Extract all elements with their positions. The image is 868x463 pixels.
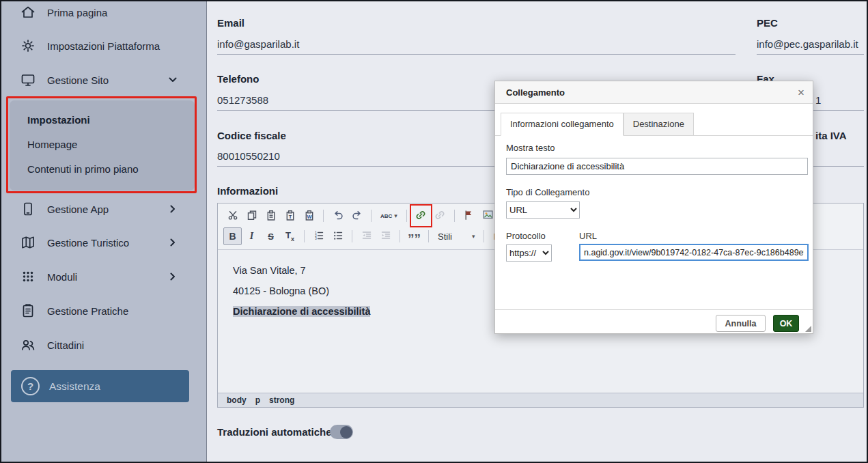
remove-format-button[interactable]: Tx xyxy=(281,227,299,245)
strikethrough-button[interactable]: S xyxy=(262,227,280,245)
anchor-button[interactable] xyxy=(460,207,478,225)
path-strong[interactable]: strong xyxy=(269,395,294,405)
collegamento-dialog: Collegamento × Informazioni collegamento… xyxy=(494,81,813,334)
sidebar-item-label: Gestione Pratiche xyxy=(47,305,128,317)
cut-button[interactable] xyxy=(223,207,242,225)
image-icon xyxy=(482,209,494,223)
sidebar-item-gestione-app[interactable]: Gestione App xyxy=(1,197,206,221)
spellcheck-icon: ABC xyxy=(380,213,392,219)
undo-button[interactable] xyxy=(328,207,347,225)
toolbar-separator xyxy=(400,230,400,242)
resize-handle[interactable] xyxy=(805,326,811,332)
indent-button[interactable] xyxy=(376,227,395,245)
link-icon xyxy=(415,209,427,223)
submenu-label: Homepage xyxy=(27,139,77,150)
sidebar-subitem-contenuti-primo-piano[interactable]: Contenuti in primo piano xyxy=(10,156,195,181)
selected-link-text[interactable]: Dichiarazione di accessibilità xyxy=(233,306,370,317)
dialog-header: Collegamento × xyxy=(495,81,813,104)
codice-fiscale-value[interactable]: 80010550210 xyxy=(217,150,280,162)
mostra-testo-input[interactable] xyxy=(506,158,808,175)
sidebar-item-cittadini[interactable]: Cittadini xyxy=(1,333,206,357)
footer-divider xyxy=(495,309,813,310)
unlink-icon xyxy=(434,209,446,223)
toolbar-separator xyxy=(454,210,455,222)
app-window: Prima pagina Impostazioni Piattaforma Ge… xyxy=(0,0,868,463)
email-value[interactable]: info@gasparilab.it xyxy=(217,38,299,50)
sidebar-item-impostazioni-piattaforma[interactable]: Impostazioni Piattaforma xyxy=(1,33,206,58)
styles-combo[interactable]: Stili▾ xyxy=(434,227,479,245)
path-body[interactable]: body xyxy=(227,395,247,405)
unlink-button[interactable] xyxy=(431,207,449,225)
sidebar-submenu: Impostazioni Homepage Contenuti in primo… xyxy=(10,100,195,191)
chevron-right-icon xyxy=(168,238,178,247)
indent-icon xyxy=(380,230,391,243)
dialog-title: Collegamento xyxy=(506,87,798,98)
chevron-right-icon xyxy=(168,204,178,214)
field-underline xyxy=(757,54,864,55)
sidebar-item-label: Gestione Turistico xyxy=(47,237,129,249)
strikethrough-icon: S xyxy=(268,232,274,242)
numbered-list-button[interactable]: 123 xyxy=(309,227,328,245)
close-icon[interactable]: × xyxy=(798,87,804,98)
path-p[interactable]: p xyxy=(255,395,260,405)
sidebar-item-label: Prima pagina xyxy=(47,7,107,18)
tab-destinazione[interactable]: Destinazione xyxy=(624,113,694,136)
copy-icon xyxy=(247,210,257,223)
blockquote-button[interactable]: ”” xyxy=(405,227,423,245)
redo-button[interactable] xyxy=(348,207,366,225)
map-icon xyxy=(20,234,36,251)
link-button[interactable] xyxy=(412,207,430,225)
annulla-button[interactable]: Annulla xyxy=(716,315,766,332)
outdent-button[interactable] xyxy=(357,227,376,245)
fax-value[interactable]: 1 xyxy=(815,94,821,106)
tab-informazioni-collegamento[interactable]: Informazioni collegamento xyxy=(501,113,624,136)
paste-text-icon: T xyxy=(285,210,296,223)
bold-button[interactable]: B xyxy=(223,227,242,245)
protocollo-select[interactable]: https:// xyxy=(506,244,552,262)
people-icon xyxy=(20,337,36,353)
smartphone-icon xyxy=(20,201,36,217)
sidebar-item-moduli[interactable]: Moduli xyxy=(1,264,206,289)
pec-value[interactable]: info@pec.gasparilab.it xyxy=(757,38,858,50)
paste-as-text-button[interactable]: T xyxy=(281,207,299,225)
sidebar-item-gestione-turistico[interactable]: Gestione Turistico xyxy=(1,230,206,255)
url-input[interactable] xyxy=(579,244,809,261)
submenu-label: Contenuti in primo piano xyxy=(27,163,139,175)
sidebar-subitem-impostazioni[interactable]: Impostazioni xyxy=(10,107,195,132)
italic-icon: I xyxy=(250,231,253,242)
sidebar-item-gestione-sito[interactable]: Gestione Sito xyxy=(1,68,206,92)
sidebar-item-label: Impostazioni Piattaforma xyxy=(47,40,160,52)
toolbar-separator xyxy=(484,230,484,242)
sidebar-item-gestione-pratiche[interactable]: Gestione Pratiche xyxy=(1,298,206,323)
question-circle-icon: ? xyxy=(21,377,40,395)
sidebar-item-label: Moduli xyxy=(47,271,77,283)
copy-button[interactable] xyxy=(242,207,261,225)
paste-from-word-button[interactable]: W xyxy=(300,207,318,225)
pec-label: PEC xyxy=(757,17,778,29)
caret-down-icon: ▾ xyxy=(472,233,475,240)
mostra-testo-label: Mostra testo xyxy=(506,143,555,153)
assistenza-button[interactable]: ? Assistenza xyxy=(11,370,189,402)
toolbar-separator xyxy=(406,210,407,222)
spellcheck-button[interactable]: ABC▾ xyxy=(376,207,402,225)
traduzioni-toggle[interactable] xyxy=(330,425,353,439)
numbered-list-icon: 123 xyxy=(313,230,324,243)
tipo-collegamento-select[interactable]: URL xyxy=(506,201,580,219)
ok-button[interactable]: OK xyxy=(773,315,799,332)
sidebar-item-prima-pagina[interactable]: Prima pagina xyxy=(1,0,206,25)
clipboard-icon xyxy=(20,303,36,319)
paste-button[interactable] xyxy=(262,207,280,225)
bulleted-list-button[interactable] xyxy=(328,227,347,245)
sidebar-subitem-homepage[interactable]: Homepage xyxy=(10,132,195,156)
telefono-value[interactable]: 051273588 xyxy=(217,94,268,106)
outdent-icon xyxy=(361,230,372,243)
editor-element-path: body p strong xyxy=(218,393,863,407)
italic-button[interactable]: I xyxy=(242,227,261,245)
caret-down-icon: ▾ xyxy=(394,212,397,219)
monitor-icon xyxy=(20,72,36,88)
sidebar-item-label: Gestione App xyxy=(47,204,109,215)
toolbar-separator xyxy=(371,210,372,222)
redo-icon xyxy=(352,210,363,223)
bulleted-list-icon xyxy=(333,230,344,243)
svg-text:3: 3 xyxy=(315,236,317,240)
